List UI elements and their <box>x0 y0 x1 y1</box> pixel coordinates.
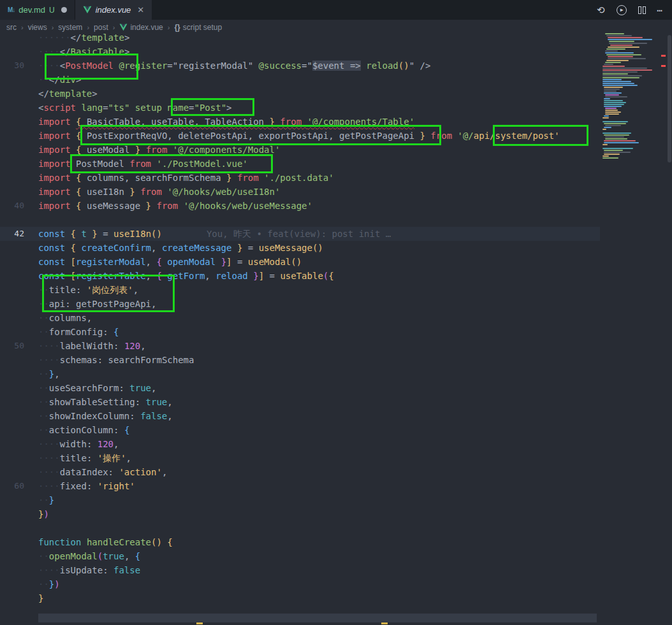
code-line: ··columns, <box>0 311 600 325</box>
line-number <box>0 381 24 395</box>
line-number <box>0 283 24 297</box>
vertical-scrollbar[interactable] <box>668 35 671 162</box>
code-line: </template> <box>0 87 600 101</box>
code-line: const [registerModal, { openModal }] = u… <box>0 255 600 269</box>
line-number <box>0 549 24 563</box>
code-line: ··}) <box>0 577 600 591</box>
line-number <box>0 171 24 185</box>
code-line: ··openModal(true, { <box>0 549 600 563</box>
code-line: ······</template> <box>0 31 600 45</box>
line-number <box>0 325 24 339</box>
unsaved-dot-icon[interactable] <box>61 7 67 13</box>
whitespace-dots: ···· <box>38 439 60 449</box>
line-number <box>0 451 24 465</box>
code-line: ····schemas: searchFormSchema <box>0 353 600 367</box>
tab-index-vue[interactable]: index.vue ✕ <box>75 0 152 20</box>
code-line: 50····labelWidth: 120, <box>0 339 600 353</box>
tab-label: index.vue <box>96 5 131 15</box>
code-editor[interactable]: ······</template>····</BasicTable>30····… <box>0 31 600 619</box>
line-number <box>0 73 24 87</box>
whitespace-dots: ···· <box>38 467 60 477</box>
line-number <box>0 157 24 171</box>
more-actions-icon[interactable]: ⋯ <box>657 5 663 15</box>
line-number <box>0 437 24 451</box>
code-line: ··}, <box>0 367 600 381</box>
code-line: const [registerTable, { getForm, reload … <box>0 269 600 283</box>
minimap[interactable] <box>603 33 660 159</box>
code-line <box>0 521 600 535</box>
line-number: 60 <box>0 479 24 493</box>
line-number <box>0 465 24 479</box>
line-number <box>0 535 24 549</box>
code-line: import PostModel from './PostModel.vue' <box>0 157 600 171</box>
whitespace-dots: ······ <box>38 32 71 43</box>
whitespace-dots: ···· <box>38 453 60 463</box>
close-icon[interactable]: ✕ <box>137 5 144 15</box>
code-line: 30····<PostModel @register="registerModa… <box>0 59 600 73</box>
whitespace-dots: ···· <box>38 565 60 575</box>
whitespace-dots: ·· <box>38 285 49 295</box>
whitespace-dots: ·· <box>38 579 49 589</box>
line-number <box>0 605 24 619</box>
whitespace-dots: ···· <box>38 481 60 491</box>
line-number <box>0 367 24 381</box>
line-number: 30 <box>0 59 24 73</box>
code-line: ····title: '操作', <box>0 451 600 465</box>
line-number: 40 <box>0 199 24 213</box>
tab-dev-md[interactable]: M↓ dev.md U <box>0 0 75 20</box>
code-line: ····width: 120, <box>0 437 600 451</box>
whitespace-dots: ·· <box>38 551 49 561</box>
code-line: ··useSearchForm: true, <box>0 381 600 395</box>
code-line: import { PostExportReqVO, deletePostApi,… <box>0 129 600 143</box>
whitespace-dots: ·· <box>38 397 49 407</box>
code-line: ··</div> <box>0 73 600 87</box>
line-number <box>0 87 24 101</box>
error-ruler-mark <box>661 65 666 67</box>
whitespace-dots: ·· <box>38 299 49 309</box>
whitespace-dots: ·· <box>38 313 49 323</box>
line-number <box>0 45 24 59</box>
line-number <box>0 423 24 437</box>
git-status-badge: U <box>49 6 55 15</box>
line-number <box>0 577 24 591</box>
whitespace-dots: ···· <box>38 61 60 71</box>
code-line: ··actionColumn: { <box>0 423 600 437</box>
whitespace-dots: ···· <box>38 47 60 57</box>
code-line: ··title: '岗位列表', <box>0 283 600 297</box>
line-number: 50 <box>0 339 24 353</box>
git-blame-annotation: You, 昨天 • feat(view): post init … <box>162 229 391 239</box>
horizontal-scrollbar[interactable] <box>38 614 597 622</box>
line-number <box>0 409 24 423</box>
line-number <box>0 115 24 129</box>
code-line: ··showTableSetting: true, <box>0 395 600 409</box>
line-number <box>0 311 24 325</box>
whitespace-dots: ·· <box>38 411 49 421</box>
code-line: import { BasicTable, useTable, TableActi… <box>0 115 600 129</box>
whitespace-dots: ···· <box>38 341 60 351</box>
whitespace-dots: ·· <box>38 75 49 85</box>
line-number <box>0 563 24 577</box>
run-icon[interactable]: ▶ <box>617 5 627 15</box>
line-number <box>0 521 24 535</box>
vue-icon <box>83 6 92 14</box>
code-line: ··} <box>0 493 600 507</box>
line-number <box>0 255 24 269</box>
code-line: 42const { t } = useI18n()You, 昨天 • feat(… <box>0 227 600 241</box>
code-line: }) <box>0 507 600 521</box>
code-line: ··formConfig: { <box>0 325 600 339</box>
whitespace-dots: ·· <box>38 425 49 435</box>
code-line: ··showIndexColumn: false, <box>0 409 600 423</box>
code-line: ····dataIndex: 'action', <box>0 465 600 479</box>
timeline-history-icon[interactable]: ⟲ <box>597 4 605 16</box>
line-number <box>0 353 24 367</box>
line-number <box>0 507 24 521</box>
tab-bar: M↓ dev.md U index.vue ✕ ⟲ ▶ ⋯ <box>0 0 672 20</box>
code-line: import { useModal } from '@/components/M… <box>0 143 600 157</box>
line-number <box>0 101 24 115</box>
tab-label: dev.md <box>18 5 45 15</box>
whitespace-dots: ·· <box>38 495 49 505</box>
whitespace-dots: ·· <box>38 369 49 379</box>
code-line: import { useI18n } from '@/hooks/web/use… <box>0 185 600 199</box>
line-number <box>0 213 24 227</box>
split-editor-icon[interactable] <box>638 6 646 14</box>
